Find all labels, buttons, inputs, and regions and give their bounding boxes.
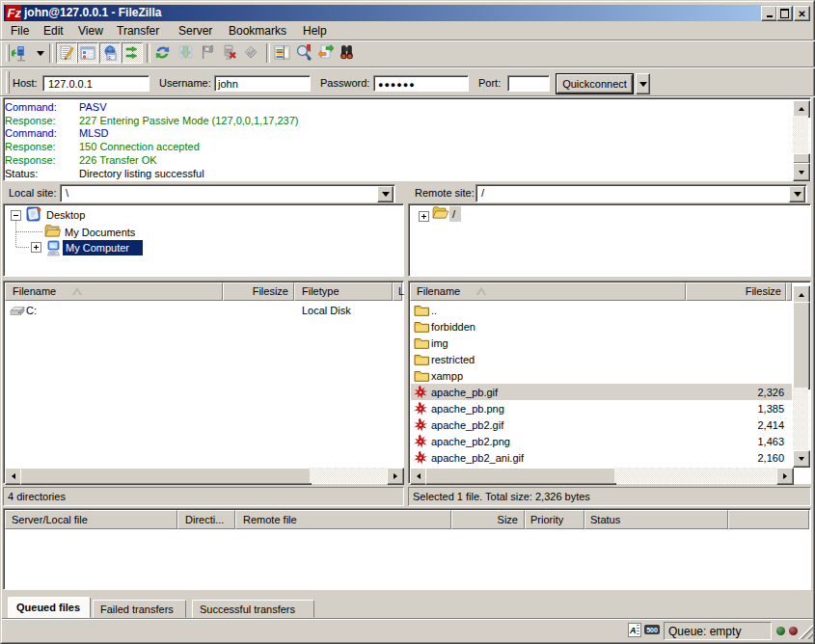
svg-text:Fz: Fz (8, 6, 22, 20)
